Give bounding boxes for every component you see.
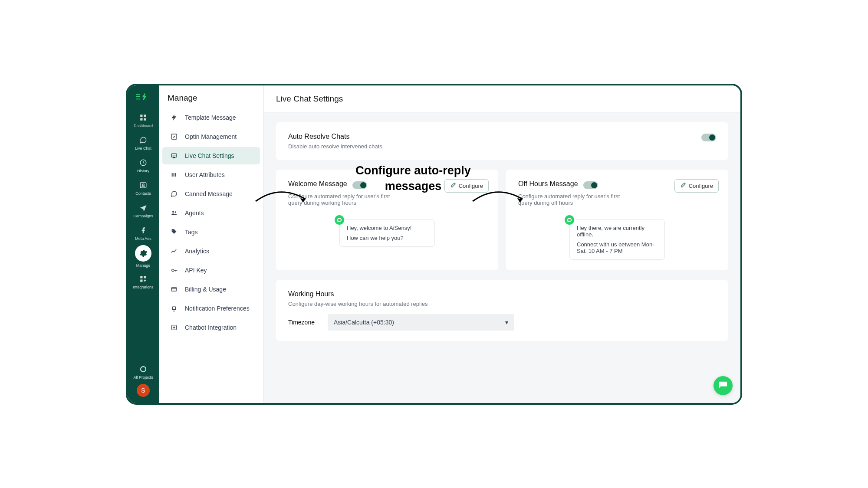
working-hours-title: Working Hours xyxy=(288,290,716,298)
circle-icon xyxy=(139,365,148,373)
rail-item-manage[interactable] xyxy=(135,245,151,262)
welcome-subtitle: Configure automated reply for user's fir… xyxy=(288,193,405,206)
sidebar: Manage Template Message Optin Management… xyxy=(159,85,264,403)
plane-icon xyxy=(139,203,148,212)
sidebar-item-label: Optin Management xyxy=(185,133,237,140)
user-avatar[interactable]: S xyxy=(137,384,150,397)
svg-rect-4 xyxy=(140,183,146,188)
gear-icon xyxy=(139,249,148,258)
sidebar-item-agents[interactable]: Agents xyxy=(162,204,260,222)
working-hours-subtitle: Configure day-wise working hours for aut… xyxy=(288,301,716,307)
svg-rect-18 xyxy=(171,288,177,291)
rail-item-history[interactable]: History xyxy=(130,155,156,176)
rail-label: Contacts xyxy=(135,191,151,196)
svg-rect-8 xyxy=(140,279,142,282)
svg-rect-1 xyxy=(144,115,146,117)
rail-item-contacts[interactable]: Contacts xyxy=(130,177,156,198)
svg-point-16 xyxy=(175,211,176,213)
rail-label: Campaigns xyxy=(133,214,153,218)
sidebar-item-label: Agents xyxy=(185,210,204,216)
svg-point-17 xyxy=(172,269,174,271)
whatsapp-icon xyxy=(335,215,344,225)
nav-rail: Dashboard Live Chat History Contacts Cam… xyxy=(128,85,159,403)
history-icon xyxy=(139,158,148,167)
plus-box-icon xyxy=(169,323,179,332)
auto-resolve-card: Auto Resolve Chats Disable auto resolve … xyxy=(276,122,728,160)
card-icon xyxy=(169,285,179,294)
auto-resolve-subtitle: Disable auto resolve intervened chats. xyxy=(288,143,716,150)
timezone-select[interactable]: Asia/Calcutta (+05:30) ▾ xyxy=(328,314,514,331)
sidebar-item-live-chat-settings[interactable]: Live Chat Settings xyxy=(162,147,260,164)
sidebar-item-canned-message[interactable]: Canned Message xyxy=(162,185,260,203)
main-body: Auto Resolve Chats Disable auto resolve … xyxy=(264,113,740,403)
rail-item-all-projects[interactable]: All Projects xyxy=(130,361,156,382)
sidebar-item-tags[interactable]: Tags xyxy=(162,223,260,241)
svg-rect-14 xyxy=(175,173,176,177)
sidebar-item-optin-management[interactable]: Optin Management xyxy=(162,128,260,145)
offhours-configure-button[interactable]: Configure xyxy=(674,179,719,193)
svg-rect-11 xyxy=(171,154,177,157)
facebook-icon xyxy=(139,226,148,235)
svg-rect-12 xyxy=(172,173,173,177)
chat-icon xyxy=(139,136,148,144)
sidebar-item-billing[interactable]: Billing & Usage xyxy=(162,281,260,298)
working-hours-card: Working Hours Configure day-wise working… xyxy=(276,280,728,341)
sidebar-item-chatbot-integration[interactable]: Chatbot Integration xyxy=(162,319,260,336)
sidebar-item-template-message[interactable]: Template Message xyxy=(162,109,260,126)
sidebar-item-analytics[interactable]: Analytics xyxy=(162,242,260,260)
sidebar-item-label: Canned Message xyxy=(185,190,233,197)
rail-label: Live Chat xyxy=(135,146,151,151)
rail-label: History xyxy=(137,169,149,173)
sidebar-item-label: Billing & Usage xyxy=(185,286,226,293)
auto-resolve-title: Auto Resolve Chats xyxy=(288,133,716,141)
svg-rect-0 xyxy=(140,115,142,117)
bubble-line: How can we help you? xyxy=(347,235,427,241)
bolt-icon xyxy=(169,113,179,122)
rail-label: Integrations xyxy=(133,285,153,289)
offhours-message-card: Off Hours Message Configure automated re… xyxy=(506,170,728,270)
chat-icon xyxy=(169,151,179,160)
sidebar-item-label: Analytics xyxy=(185,248,209,255)
svg-rect-6 xyxy=(140,276,142,278)
welcome-toggle[interactable] xyxy=(352,181,367,189)
configure-label: Configure xyxy=(459,183,483,189)
sidebar-item-label: Template Message xyxy=(185,114,236,121)
addon-icon xyxy=(139,275,148,283)
svg-point-15 xyxy=(172,211,174,213)
sidebar-item-label: Chatbot Integration xyxy=(185,324,237,331)
sidebar-item-user-attributes[interactable]: User Attributes xyxy=(162,166,260,183)
help-fab[interactable] xyxy=(713,376,733,395)
sidebar-item-label: Tags xyxy=(185,229,198,236)
bell-icon xyxy=(169,304,179,313)
bubble-line: Connect with us between Mon-Sat, 10 AM -… xyxy=(577,241,658,254)
rail-item-integrations[interactable]: Integrations xyxy=(130,271,156,292)
message-icon xyxy=(169,190,179,198)
rail-item-dashboard[interactable]: Dashboard xyxy=(130,110,156,131)
svg-point-9 xyxy=(141,367,146,372)
avatar-letter: S xyxy=(141,387,145,394)
sidebar-item-api-key[interactable]: API Key xyxy=(162,262,260,279)
sidebar-item-label: API Key xyxy=(185,267,207,274)
rail-item-metaads[interactable]: Meta Ads xyxy=(130,223,156,243)
svg-rect-7 xyxy=(144,276,146,278)
rail-item-livechat[interactable]: Live Chat xyxy=(130,132,156,153)
contacts-icon xyxy=(139,181,148,190)
app-frame: Dashboard Live Chat History Contacts Cam… xyxy=(126,84,742,405)
tag-icon xyxy=(169,228,179,236)
offhours-title: Off Hours Message xyxy=(518,180,578,188)
brand-logo xyxy=(135,91,151,103)
bars-icon xyxy=(169,170,179,179)
sidebar-item-notifications[interactable]: Notification Preferences xyxy=(162,300,260,317)
welcome-configure-button[interactable]: Configure xyxy=(444,179,489,193)
timezone-value: Asia/Calcutta (+05:30) xyxy=(334,319,394,326)
offhours-toggle[interactable] xyxy=(583,181,598,189)
rail-item-campaigns[interactable]: Campaigns xyxy=(130,200,156,221)
timezone-label: Timezone xyxy=(288,319,315,326)
rail-label: Meta Ads xyxy=(135,236,151,241)
configure-label: Configure xyxy=(689,183,713,189)
auto-resolve-toggle[interactable] xyxy=(701,134,716,141)
svg-rect-3 xyxy=(144,118,146,120)
pencil-icon xyxy=(680,182,686,190)
bubble-line: Hey there, we are currently offline. xyxy=(577,225,658,238)
sidebar-title: Manage xyxy=(159,85,263,108)
